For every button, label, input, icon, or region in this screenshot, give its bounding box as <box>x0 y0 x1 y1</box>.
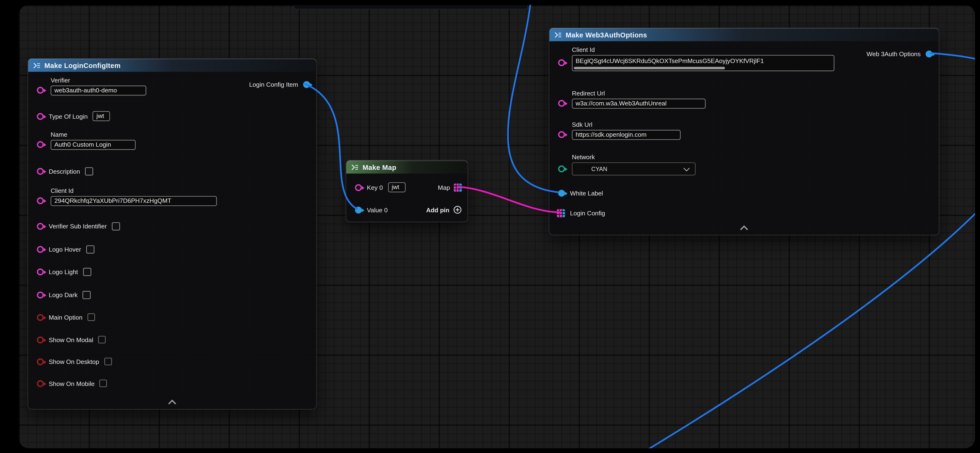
logo-hover-input[interactable] <box>86 245 94 253</box>
add-pin-button[interactable]: Add pin <box>426 205 462 215</box>
pin-value-0[interactable] <box>355 206 362 213</box>
client-id-input[interactable]: BEglQSgt4cUWcj6SKRdu5QkOXTsePmMcusG5EAoy… <box>572 55 834 71</box>
pin-label-type-of-login: Type Of Login <box>49 112 88 120</box>
map-output-label: Map <box>438 183 450 191</box>
pin-label-key-0: Key 0 <box>367 183 383 191</box>
offscreen-node-edge[interactable] <box>294 5 528 9</box>
node-header[interactable]: Make Web3AuthOptions <box>549 28 939 41</box>
pin-label-description: Description <box>49 167 80 175</box>
pin-description[interactable] <box>37 168 44 174</box>
main-option-checkbox[interactable] <box>88 314 95 321</box>
pin-label-logo-dark: Logo Dark <box>49 291 78 299</box>
graph-canvas[interactable]: Make LoginConfigItem Login Config Item V… <box>19 5 975 448</box>
pin-label-sdk-url: Sdk Url <box>572 120 681 129</box>
pin-label-verifier: Verifier <box>51 76 146 84</box>
collapse-node-button[interactable] <box>167 398 178 405</box>
add-pin-label: Add pin <box>426 206 449 214</box>
pin-type-of-login[interactable] <box>37 113 44 120</box>
pin-client-id[interactable] <box>37 197 44 204</box>
output-pin-login-config-item[interactable] <box>303 81 310 88</box>
node-title: Make Web3AuthOptions <box>566 31 647 38</box>
node-make-map[interactable]: Make Map Key 0 jwt Map Value 0 Add pin <box>345 160 468 222</box>
pin-client-id[interactable] <box>558 59 565 66</box>
node-title: Make LoginConfigItem <box>45 62 121 69</box>
name-input[interactable]: Auth0 Custom Login <box>51 140 135 150</box>
login-config-pin[interactable] <box>557 209 565 217</box>
pin-label-logo-light: Logo Light <box>49 268 78 276</box>
pin-key-0[interactable] <box>355 184 362 191</box>
pin-label-value-0: Value 0 <box>367 206 388 214</box>
pin-label-logo-hover: Logo Hover <box>49 245 81 253</box>
pin-label-login-config: Login Config <box>570 209 605 217</box>
add-pin-icon <box>453 206 462 214</box>
chevron-up-icon <box>168 399 176 407</box>
field-scrollbar[interactable] <box>574 67 725 70</box>
pin-white-label[interactable] <box>558 190 565 196</box>
pin-main-option[interactable] <box>37 314 44 321</box>
pin-redirect-url[interactable] <box>558 100 565 107</box>
pin-show-on-modal[interactable] <box>37 336 44 343</box>
network-selected-value: CYAN <box>591 165 608 172</box>
pin-sdk-url[interactable] <box>558 131 565 138</box>
pin-label-verifier-sub-identifier: Verifier Sub Identifier <box>49 222 107 230</box>
logo-dark-input[interactable] <box>83 291 91 299</box>
wire-map-to-login-config <box>458 187 561 212</box>
key-0-input[interactable]: jwt <box>388 182 405 192</box>
pin-logo-hover[interactable] <box>37 246 44 253</box>
description-input[interactable] <box>85 167 93 175</box>
pin-label-show-on-desktop: Show On Desktop <box>49 358 99 366</box>
client-id-value: BEglQSgt4cUWcj6SKRdu5QkOXTsePmMcusG5EAoy… <box>576 57 764 64</box>
pin-label-client-id: Client Id <box>51 187 217 195</box>
pin-verifier-sub-identifier[interactable] <box>37 222 44 229</box>
output-pin-label: Web 3Auth Options <box>867 49 921 57</box>
node-make-web3authoptions[interactable]: Make Web3AuthOptions Web 3Auth Options C… <box>549 27 939 236</box>
pin-name[interactable] <box>37 141 44 148</box>
pin-label-client-id: Client Id <box>572 46 834 54</box>
map-output-pin[interactable] <box>454 183 462 191</box>
node-make-loginconfigitem[interactable]: Make LoginConfigItem Login Config Item V… <box>27 58 317 410</box>
logo-light-input[interactable] <box>83 268 91 276</box>
pin-label-show-on-modal: Show On Modal <box>49 336 94 344</box>
pin-label-main-option: Main Option <box>49 313 83 321</box>
show-on-desktop-checkbox[interactable] <box>104 358 112 365</box>
show-on-modal-checkbox[interactable] <box>98 336 106 344</box>
pin-logo-light[interactable] <box>37 268 44 275</box>
collapse-node-button[interactable] <box>738 223 749 231</box>
node-header[interactable]: Make Map <box>346 160 468 173</box>
pin-show-on-mobile[interactable] <box>37 380 44 387</box>
pin-label-name: Name <box>51 131 135 139</box>
pin-label-white-label: White Label <box>570 189 603 197</box>
chevron-up-icon <box>740 225 748 233</box>
sdk-url-input[interactable]: https://sdk.openlogin.com <box>572 130 681 140</box>
node-title: Make Map <box>363 163 396 171</box>
type-of-login-input[interactable]: jwt <box>93 111 110 121</box>
pin-show-on-desktop[interactable] <box>37 358 44 365</box>
pin-verifier[interactable] <box>37 87 44 93</box>
pin-network[interactable] <box>558 165 565 172</box>
node-header[interactable]: Make LoginConfigItem <box>28 59 317 72</box>
blueprint-editor: Make LoginConfigItem Login Config Item V… <box>0 0 980 453</box>
make-map-icon <box>351 163 359 171</box>
client-id-input[interactable]: 294QRkchfq2YaXUbPri7D6PH7xzHgQMT <box>51 196 217 206</box>
verifier-sub-identifier-input[interactable] <box>112 222 120 230</box>
output-pin-web3auth-options[interactable] <box>926 50 932 57</box>
pin-label-show-on-mobile: Show On Mobile <box>49 379 95 387</box>
pin-label-network: Network <box>572 153 696 161</box>
pin-label-redirect-url: Redirect Url <box>572 89 706 97</box>
make-struct-icon <box>554 31 562 38</box>
redirect-url-input[interactable]: w3a://com.w3a.Web3AuthUnreal <box>572 98 706 109</box>
verifier-input[interactable]: web3auth-auth0-demo <box>51 86 146 95</box>
make-struct-icon <box>33 62 41 69</box>
network-select[interactable]: CYAN <box>572 162 696 175</box>
pin-logo-dark[interactable] <box>37 291 44 298</box>
chevron-down-icon <box>684 165 690 171</box>
output-pin-label: Login Config Item <box>249 80 298 89</box>
show-on-mobile-checkbox[interactable] <box>100 380 107 387</box>
